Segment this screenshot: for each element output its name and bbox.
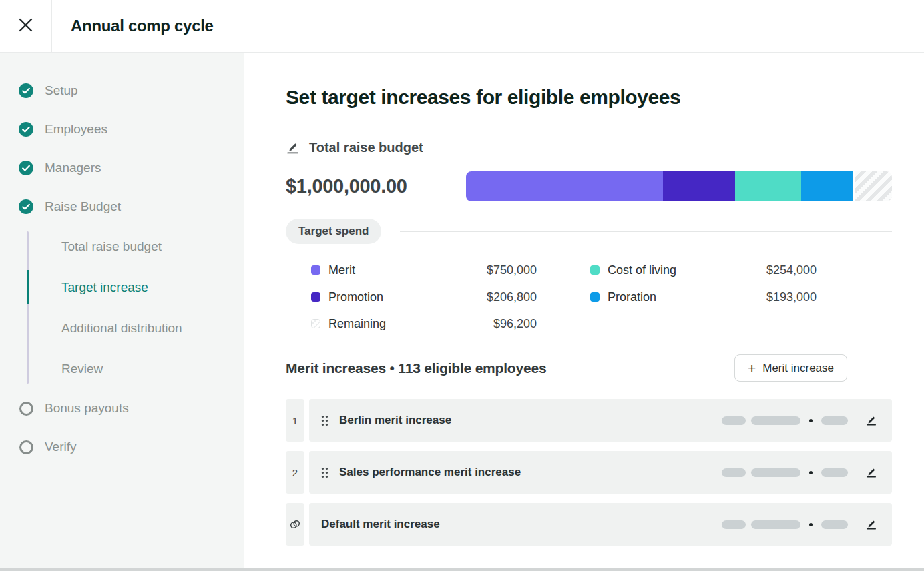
legend-item-merit: Merit $750,000: [311, 257, 537, 283]
sidebar-subitem-total-raise-budget[interactable]: Total raise budget: [0, 226, 244, 267]
total-budget-amount: $1,000,000.00: [286, 175, 466, 197]
merit-row-title: Default merit increase: [321, 518, 440, 531]
wizard-sidebar: Setup Employees Managers Raise Budget To…: [0, 53, 244, 568]
legend-label: Merit: [328, 263, 487, 277]
bar-segment-merit: [466, 171, 663, 201]
bar-segment-remaining: [855, 171, 892, 201]
bar-segment-proration: [801, 171, 854, 201]
skeleton-pill: [722, 520, 746, 529]
sidebar-subitem-label: Additional distribution: [61, 321, 182, 336]
drag-handle-icon[interactable]: [321, 415, 328, 426]
legend-value: $193,000: [766, 290, 817, 304]
skeleton-pill: [821, 520, 848, 529]
legend-value: $96,200: [493, 317, 537, 331]
row-order-number: 1: [286, 399, 304, 442]
legend-label: Remaining: [328, 317, 493, 331]
budget-section-label: Total raise budget: [309, 140, 423, 155]
sidebar-item-verify[interactable]: Verify: [0, 428, 244, 466]
tab-divider: [400, 231, 892, 232]
check-circle-icon: [19, 122, 33, 137]
legend-item-promotion: Promotion $206,800: [311, 283, 537, 310]
sidebar-item-label: Raise Budget: [45, 199, 121, 214]
edit-row-icon[interactable]: [865, 518, 877, 530]
merit-increase-list: 1 Berlin merit increase: [286, 399, 892, 546]
skeleton-pill: [751, 416, 800, 425]
empty-circle-icon: [19, 401, 33, 416]
sidebar-item-managers[interactable]: Managers: [0, 149, 244, 187]
skeleton-pill: [821, 416, 848, 425]
sidebar-subitem-review[interactable]: Review: [0, 348, 244, 389]
sidebar-item-bonus-payouts[interactable]: Bonus payouts: [0, 389, 244, 428]
legend-label: Proration: [608, 290, 766, 304]
sidebar-item-label: Managers: [45, 161, 101, 175]
legend-item-cost-of-living: Cost of living $254,000: [590, 257, 817, 283]
bar-segment-cost-of-living: [735, 171, 800, 201]
merit-swatch: [311, 265, 320, 275]
bottom-edge-divider: [0, 568, 924, 571]
merit-row-title: Berlin merit increase: [339, 414, 451, 427]
plus-icon: +: [748, 361, 756, 375]
cost-of-living-swatch: [590, 265, 600, 275]
add-button-label: Merit increase: [762, 362, 834, 375]
merit-row-sales-performance: 2 Sales performance merit increase: [286, 451, 892, 494]
sidebar-subitem-additional-distribution[interactable]: Additional distribution: [0, 308, 244, 348]
drag-handle-icon[interactable]: [321, 467, 328, 478]
close-icon: [17, 16, 35, 36]
empty-circle-icon: [19, 440, 33, 454]
sidebar-subitem-label: Target increase: [61, 280, 148, 295]
edit-row-icon[interactable]: [865, 466, 877, 478]
legend-item-proration: Proration $193,000: [590, 283, 817, 310]
skeleton-pill: [722, 416, 746, 425]
check-circle-icon: [19, 161, 33, 175]
raise-budget-substeps: Total raise budget Target increase Addit…: [0, 226, 244, 389]
legend-value: $254,000: [766, 263, 817, 277]
budget-stacked-bar: [466, 171, 892, 201]
skeleton-pill: [722, 468, 746, 477]
legend-label: Promotion: [328, 290, 487, 304]
sidebar-subitem-label: Total raise budget: [61, 239, 162, 254]
edit-row-icon[interactable]: [865, 414, 877, 426]
budget-legend: Merit $750,000 Promotion $206,800 Remain…: [286, 257, 892, 337]
merit-row-card[interactable]: Sales performance merit increase: [309, 451, 892, 494]
main-content: Set target increases for eligible employ…: [244, 53, 924, 568]
sidebar-item-label: Setup: [45, 83, 78, 98]
skeleton-pill: [751, 520, 800, 529]
tab-target-spend[interactable]: Target spend: [286, 219, 381, 244]
promotion-swatch: [311, 292, 320, 302]
skeleton-pill: [751, 468, 800, 477]
merit-row-berlin: 1 Berlin merit increase: [286, 399, 892, 442]
merit-row-title: Sales performance merit increase: [339, 466, 521, 479]
remaining-swatch: [311, 319, 320, 328]
edit-budget-icon[interactable]: [286, 141, 300, 155]
merit-section-heading: Merit increases • 113 eligible employees: [286, 360, 546, 376]
sidebar-item-setup[interactable]: Setup: [0, 71, 244, 110]
merit-row-default: Default merit increase: [286, 503, 892, 546]
separator-dot: [809, 419, 813, 422]
check-circle-icon: [19, 199, 33, 214]
bar-segment-promotion: [663, 171, 736, 201]
sidebar-item-label: Employees: [45, 122, 107, 137]
sidebar-item-label: Verify: [45, 440, 77, 454]
close-button[interactable]: [0, 0, 52, 52]
merit-row-card[interactable]: Berlin merit increase: [309, 399, 892, 442]
page-title: Set target increases for eligible employ…: [286, 85, 892, 109]
legend-item-remaining: Remaining $96,200: [311, 310, 537, 337]
merit-row-card[interactable]: Default merit increase: [309, 503, 892, 546]
legend-value: $750,000: [487, 263, 537, 277]
top-bar: Annual comp cycle: [0, 0, 924, 53]
check-circle-icon: [19, 83, 33, 98]
add-merit-increase-button[interactable]: + Merit increase: [734, 354, 847, 382]
sidebar-item-raise-budget[interactable]: Raise Budget: [0, 187, 244, 226]
legend-label: Cost of living: [608, 263, 766, 277]
sidebar-subitem-label: Review: [61, 362, 103, 376]
window-title: Annual comp cycle: [52, 0, 214, 52]
row-order-number: 2: [286, 451, 304, 494]
skeleton-pill: [821, 468, 848, 477]
sidebar-subitem-target-increase[interactable]: Target increase: [0, 267, 244, 308]
sidebar-item-employees[interactable]: Employees: [0, 110, 244, 149]
separator-dot: [809, 471, 813, 474]
proration-swatch: [590, 292, 600, 302]
separator-dot: [809, 523, 813, 526]
sidebar-item-label: Bonus payouts: [45, 401, 129, 416]
legend-value: $206,800: [487, 290, 537, 304]
